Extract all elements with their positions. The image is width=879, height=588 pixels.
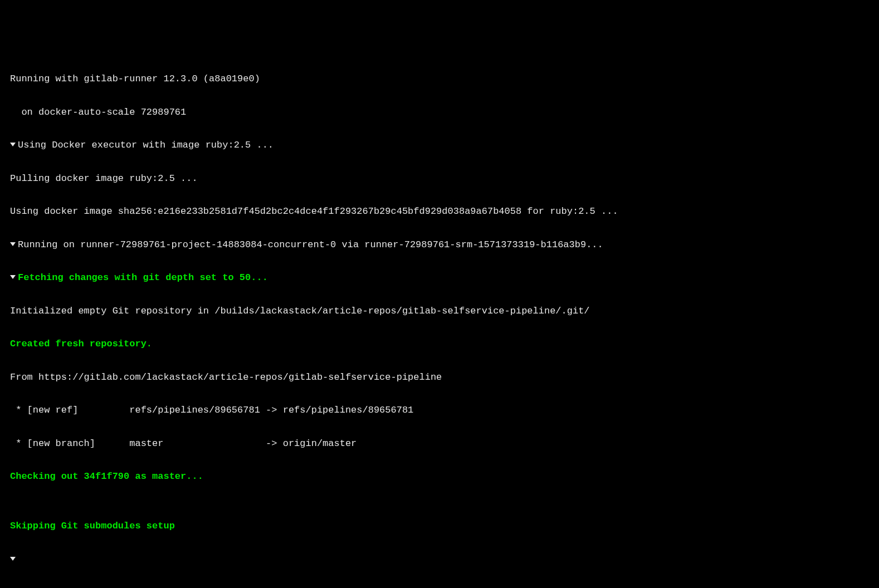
log-line: From https://gitlab.com/lackastack/artic… (10, 369, 869, 386)
log-line-collapsible[interactable] (10, 551, 869, 568)
log-line-collapsible[interactable]: Using Docker executor with image ruby:2.… (10, 137, 869, 154)
log-line-collapsible[interactable] (10, 584, 869, 588)
log-line: * [new branch] master -> origin/master (10, 435, 869, 452)
log-line: * [new ref] refs/pipelines/89656781 -> r… (10, 402, 869, 419)
log-text: Using Docker executor with image ruby:2.… (18, 140, 274, 150)
log-line: Pulling docker image ruby:2.5 ... (10, 170, 869, 187)
chevron-down-icon (10, 557, 16, 561)
log-line: Running with gitlab-runner 12.3.0 (a8a01… (10, 71, 869, 87)
chevron-down-icon (10, 242, 16, 246)
log-line: Created fresh repository. (10, 336, 869, 352)
log-line: Skipping Git submodules setup (10, 518, 869, 535)
log-text: Running on runner-72989761-project-14883… (18, 239, 603, 250)
log-line-collapsible[interactable]: Running on runner-72989761-project-14883… (10, 237, 869, 253)
log-line: Using docker image sha256:e216e233b2581d… (10, 203, 869, 220)
chevron-down-icon (10, 143, 16, 146)
log-text: Fetching changes with git depth set to 5… (18, 272, 268, 283)
log-line-collapsible[interactable]: Fetching changes with git depth set to 5… (10, 270, 869, 286)
log-line: Initialized empty Git repository in /bui… (10, 303, 869, 320)
log-line: Checking out 34f1f790 as master... (10, 468, 869, 485)
log-line: on docker-auto-scale 72989761 (10, 104, 869, 121)
chevron-down-icon (10, 275, 16, 279)
